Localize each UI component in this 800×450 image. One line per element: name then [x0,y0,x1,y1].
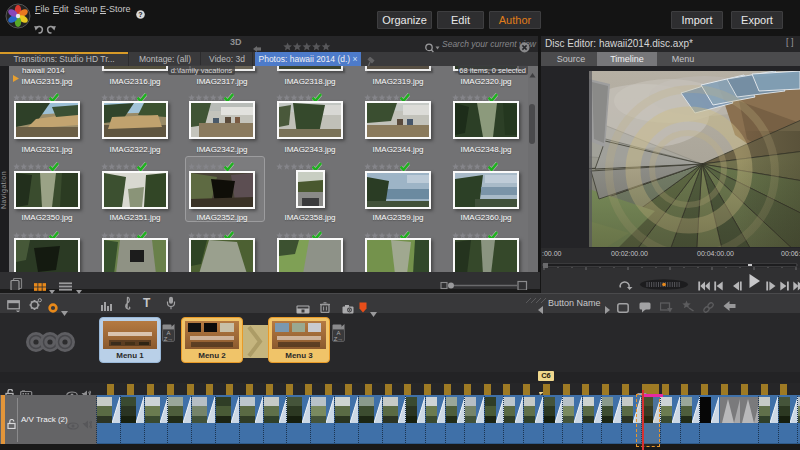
svg-text:?: ? [138,11,142,18]
